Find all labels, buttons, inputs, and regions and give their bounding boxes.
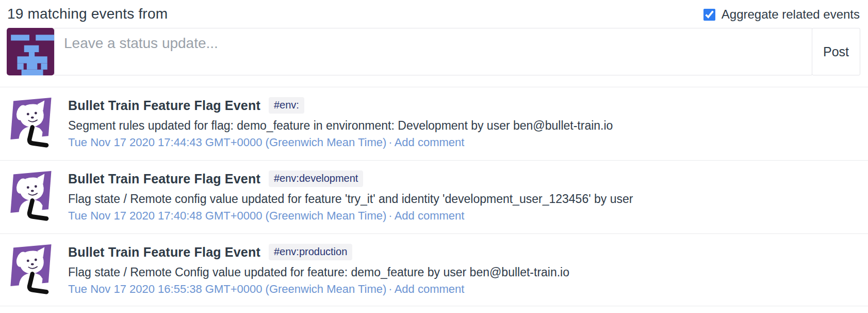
event-env-tag[interactable]: #env:development bbox=[269, 170, 363, 187]
event-title: Bullet Train Feature Flag Event bbox=[68, 245, 260, 260]
datadog-dog-avatar bbox=[5, 95, 56, 149]
meta-separator: · bbox=[386, 136, 394, 149]
event-row: Bullet Train Feature Flag Event #env: Se… bbox=[0, 87, 868, 160]
event-timestamp-link[interactable]: Tue Nov 17 2020 17:40:48 GMT+0000 (Green… bbox=[68, 209, 386, 222]
user-identicon-avatar bbox=[7, 28, 54, 75]
identicon-icon bbox=[7, 28, 54, 75]
event-timestamp-link[interactable]: Tue Nov 17 2020 16:55:38 GMT+0000 (Green… bbox=[68, 283, 386, 295]
event-description: Flag state / Remote Config value updated… bbox=[68, 264, 569, 281]
event-description: Flag state / Remote config value updated… bbox=[68, 191, 633, 208]
add-comment-link[interactable]: Add comment bbox=[395, 283, 465, 295]
event-title: Bullet Train Feature Flag Event bbox=[68, 171, 260, 186]
event-env-tag[interactable]: #env: bbox=[269, 97, 304, 114]
event-content: Bullet Train Feature Flag Event #env: Se… bbox=[68, 95, 613, 152]
event-row: Bullet Train Feature Flag Event #env:dev… bbox=[0, 160, 868, 233]
event-title: Bullet Train Feature Flag Event bbox=[68, 98, 260, 113]
event-content: Bullet Train Feature Flag Event #env:pro… bbox=[68, 241, 569, 298]
datadog-dog-avatar bbox=[5, 168, 56, 223]
aggregate-checkbox[interactable] bbox=[703, 9, 715, 21]
event-meta: Tue Nov 17 2020 17:40:48 GMT+0000 (Green… bbox=[68, 208, 633, 224]
page-title: 19 matching events from bbox=[7, 4, 168, 24]
status-input-container bbox=[54, 28, 812, 75]
event-env-tag[interactable]: #env:production bbox=[269, 244, 352, 260]
aggregate-toggle: Aggregate related events bbox=[703, 4, 860, 22]
add-comment-link[interactable]: Add comment bbox=[395, 209, 465, 222]
meta-separator: · bbox=[386, 283, 394, 295]
event-content: Bullet Train Feature Flag Event #env:dev… bbox=[68, 168, 633, 225]
dog-avatar-icon bbox=[5, 168, 56, 223]
event-timestamp-link[interactable]: Tue Nov 17 2020 17:44:43 GMT+0000 (Green… bbox=[68, 136, 386, 149]
dog-avatar-icon bbox=[5, 241, 56, 296]
dog-avatar-icon bbox=[5, 95, 56, 149]
event-description: Segment rules updated for flag: demo_fea… bbox=[68, 117, 613, 134]
add-comment-link[interactable]: Add comment bbox=[395, 136, 465, 149]
event-meta: Tue Nov 17 2020 17:44:43 GMT+0000 (Green… bbox=[68, 134, 613, 151]
status-update-input[interactable] bbox=[55, 28, 812, 75]
meta-separator: · bbox=[386, 209, 394, 222]
event-meta: Tue Nov 17 2020 16:55:38 GMT+0000 (Green… bbox=[68, 281, 569, 298]
datadog-dog-avatar bbox=[5, 241, 56, 296]
post-button[interactable]: Post bbox=[812, 28, 860, 75]
aggregate-label: Aggregate related events bbox=[722, 7, 860, 22]
status-composer: Post bbox=[7, 28, 860, 75]
event-row: Bullet Train Feature Flag Event #env:pro… bbox=[0, 233, 868, 306]
top-bar: 19 matching events from Aggregate relate… bbox=[0, 0, 868, 27]
event-stream: Bullet Train Feature Flag Event #env: Se… bbox=[0, 87, 868, 306]
